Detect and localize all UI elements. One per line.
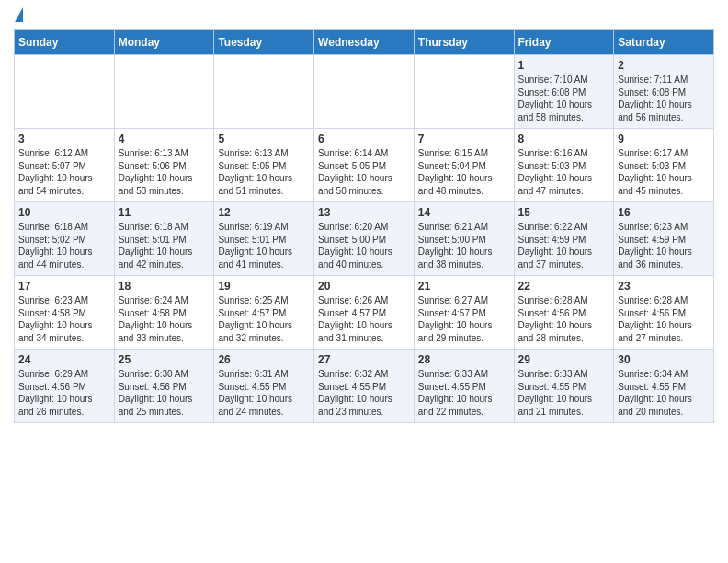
col-header-saturday: Saturday (614, 30, 714, 55)
day-cell: 29Sunrise: 6:33 AM Sunset: 4:55 PM Dayli… (514, 350, 614, 423)
day-cell: 2Sunrise: 7:11 AM Sunset: 6:08 PM Daylig… (614, 55, 714, 129)
day-cell: 4Sunrise: 6:13 AM Sunset: 5:06 PM Daylig… (114, 129, 214, 202)
header-row: SundayMondayTuesdayWednesdayThursdayFrid… (15, 30, 714, 55)
week-row-3: 10Sunrise: 6:18 AM Sunset: 5:02 PM Dayli… (15, 202, 714, 276)
day-number: 7 (418, 132, 510, 145)
day-number: 8 (518, 132, 610, 145)
day-info: Sunrise: 6:26 AM Sunset: 4:57 PM Dayligh… (318, 295, 392, 343)
day-cell: 17Sunrise: 6:23 AM Sunset: 4:58 PM Dayli… (15, 276, 115, 350)
day-info: Sunrise: 6:19 AM Sunset: 5:01 PM Dayligh… (218, 222, 292, 270)
day-info: Sunrise: 6:30 AM Sunset: 4:56 PM Dayligh… (119, 369, 193, 417)
day-info: Sunrise: 6:12 AM Sunset: 5:07 PM Dayligh… (18, 148, 93, 196)
week-row-1: 1Sunrise: 7:10 AM Sunset: 6:08 PM Daylig… (15, 55, 714, 129)
col-header-friday: Friday (514, 30, 614, 55)
calendar-table: SundayMondayTuesdayWednesdayThursdayFrid… (14, 29, 714, 423)
day-number: 15 (518, 206, 610, 219)
day-cell: 6Sunrise: 6:14 AM Sunset: 5:05 PM Daylig… (314, 129, 415, 202)
day-info: Sunrise: 6:21 AM Sunset: 5:00 PM Dayligh… (418, 222, 493, 270)
day-number: 30 (618, 353, 710, 366)
day-info: Sunrise: 6:25 AM Sunset: 4:57 PM Dayligh… (218, 295, 292, 343)
header (14, 9, 714, 22)
col-header-thursday: Thursday (414, 30, 514, 55)
day-cell: 24Sunrise: 6:29 AM Sunset: 4:56 PM Dayli… (15, 350, 115, 423)
day-number: 21 (418, 280, 510, 293)
day-info: Sunrise: 6:28 AM Sunset: 4:56 PM Dayligh… (518, 295, 593, 343)
day-info: Sunrise: 6:14 AM Sunset: 5:05 PM Dayligh… (318, 148, 392, 196)
day-info: Sunrise: 6:22 AM Sunset: 4:59 PM Dayligh… (518, 222, 593, 270)
day-cell: 5Sunrise: 6:13 AM Sunset: 5:05 PM Daylig… (214, 129, 314, 202)
day-number: 14 (418, 206, 510, 219)
week-row-4: 17Sunrise: 6:23 AM Sunset: 4:58 PM Dayli… (15, 276, 714, 350)
day-info: Sunrise: 6:23 AM Sunset: 4:58 PM Dayligh… (18, 295, 93, 343)
day-cell: 22Sunrise: 6:28 AM Sunset: 4:56 PM Dayli… (514, 276, 614, 350)
day-cell: 18Sunrise: 6:24 AM Sunset: 4:58 PM Dayli… (114, 276, 214, 350)
day-cell: 1Sunrise: 7:10 AM Sunset: 6:08 PM Daylig… (514, 55, 614, 129)
day-cell: 26Sunrise: 6:31 AM Sunset: 4:55 PM Dayli… (214, 350, 314, 423)
day-info: Sunrise: 6:13 AM Sunset: 5:05 PM Dayligh… (218, 148, 292, 196)
col-header-wednesday: Wednesday (314, 30, 415, 55)
day-cell: 10Sunrise: 6:18 AM Sunset: 5:02 PM Dayli… (15, 202, 115, 276)
day-info: Sunrise: 6:23 AM Sunset: 4:59 PM Dayligh… (618, 222, 692, 270)
day-cell (314, 55, 415, 129)
col-header-sunday: Sunday (15, 30, 115, 55)
day-cell: 21Sunrise: 6:27 AM Sunset: 4:57 PM Dayli… (414, 276, 514, 350)
day-info: Sunrise: 6:31 AM Sunset: 4:55 PM Dayligh… (218, 369, 292, 417)
day-cell (114, 55, 214, 129)
day-info: Sunrise: 6:27 AM Sunset: 4:57 PM Dayligh… (418, 295, 493, 343)
day-cell: 14Sunrise: 6:21 AM Sunset: 5:00 PM Dayli… (414, 202, 514, 276)
day-cell (214, 55, 314, 129)
day-cell: 28Sunrise: 6:33 AM Sunset: 4:55 PM Dayli… (414, 350, 514, 423)
week-row-5: 24Sunrise: 6:29 AM Sunset: 4:56 PM Dayli… (15, 350, 714, 423)
week-row-2: 3Sunrise: 6:12 AM Sunset: 5:07 PM Daylig… (15, 129, 714, 202)
day-info: Sunrise: 6:32 AM Sunset: 4:55 PM Dayligh… (318, 369, 392, 417)
day-number: 24 (18, 353, 110, 366)
day-info: Sunrise: 6:34 AM Sunset: 4:55 PM Dayligh… (618, 369, 692, 417)
day-info: Sunrise: 6:18 AM Sunset: 5:02 PM Dayligh… (18, 222, 93, 270)
col-header-tuesday: Tuesday (214, 30, 314, 55)
day-cell: 27Sunrise: 6:32 AM Sunset: 4:55 PM Dayli… (314, 350, 415, 423)
day-cell: 3Sunrise: 6:12 AM Sunset: 5:07 PM Daylig… (15, 129, 115, 202)
day-cell: 20Sunrise: 6:26 AM Sunset: 4:57 PM Dayli… (314, 276, 415, 350)
day-number: 26 (218, 353, 310, 366)
day-number: 6 (318, 132, 410, 145)
day-cell: 11Sunrise: 6:18 AM Sunset: 5:01 PM Dayli… (114, 202, 214, 276)
col-header-monday: Monday (114, 30, 214, 55)
day-info: Sunrise: 6:15 AM Sunset: 5:04 PM Dayligh… (418, 148, 493, 196)
day-info: Sunrise: 7:10 AM Sunset: 6:08 PM Dayligh… (518, 75, 593, 122)
day-info: Sunrise: 6:20 AM Sunset: 5:00 PM Dayligh… (318, 222, 392, 270)
day-number: 23 (618, 280, 710, 293)
day-number: 28 (418, 353, 510, 366)
day-number: 5 (218, 132, 310, 145)
day-cell: 9Sunrise: 6:17 AM Sunset: 5:03 PM Daylig… (614, 129, 714, 202)
day-number: 25 (119, 353, 210, 366)
day-info: Sunrise: 7:11 AM Sunset: 6:08 PM Dayligh… (618, 75, 692, 122)
day-number: 22 (518, 280, 610, 293)
day-number: 11 (119, 206, 210, 219)
day-cell: 15Sunrise: 6:22 AM Sunset: 4:59 PM Dayli… (514, 202, 614, 276)
day-info: Sunrise: 6:33 AM Sunset: 4:55 PM Dayligh… (518, 369, 593, 417)
day-number: 29 (518, 353, 610, 366)
calendar-container: SundayMondayTuesdayWednesdayThursdayFrid… (0, 0, 728, 432)
day-number: 17 (18, 280, 110, 293)
day-number: 1 (518, 59, 610, 72)
day-cell: 13Sunrise: 6:20 AM Sunset: 5:00 PM Dayli… (314, 202, 415, 276)
day-info: Sunrise: 6:29 AM Sunset: 4:56 PM Dayligh… (18, 369, 93, 417)
day-number: 2 (618, 59, 710, 72)
day-number: 27 (318, 353, 410, 366)
day-info: Sunrise: 6:28 AM Sunset: 4:56 PM Dayligh… (618, 295, 692, 343)
day-number: 3 (18, 132, 110, 145)
day-info: Sunrise: 6:16 AM Sunset: 5:03 PM Dayligh… (518, 148, 593, 196)
day-cell: 8Sunrise: 6:16 AM Sunset: 5:03 PM Daylig… (514, 129, 614, 202)
day-info: Sunrise: 6:17 AM Sunset: 5:03 PM Dayligh… (618, 148, 692, 196)
day-number: 9 (618, 132, 710, 145)
day-cell: 19Sunrise: 6:25 AM Sunset: 4:57 PM Dayli… (214, 276, 314, 350)
day-cell (15, 55, 115, 129)
day-cell: 7Sunrise: 6:15 AM Sunset: 5:04 PM Daylig… (414, 129, 514, 202)
day-cell: 23Sunrise: 6:28 AM Sunset: 4:56 PM Dayli… (614, 276, 714, 350)
day-number: 18 (119, 280, 210, 293)
day-cell: 16Sunrise: 6:23 AM Sunset: 4:59 PM Dayli… (614, 202, 714, 276)
day-number: 12 (218, 206, 310, 219)
day-info: Sunrise: 6:13 AM Sunset: 5:06 PM Dayligh… (119, 148, 193, 196)
day-number: 4 (119, 132, 210, 145)
day-number: 10 (18, 206, 110, 219)
